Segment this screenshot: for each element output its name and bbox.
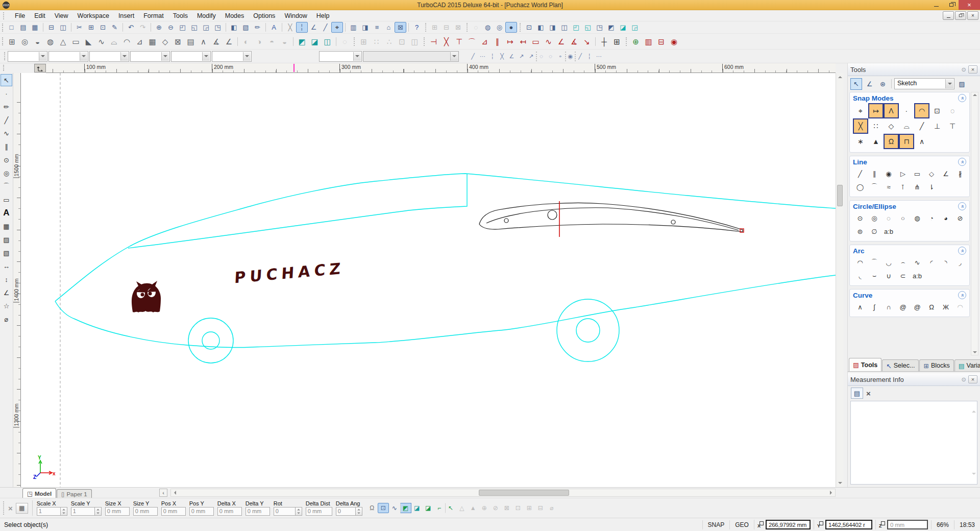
dome-icon[interactable]: ◠ xyxy=(120,35,133,48)
menu-insert[interactable]: Insert xyxy=(114,11,139,20)
panel-close-icon[interactable]: × xyxy=(968,375,977,383)
combo-arrow-icon[interactable] xyxy=(161,52,169,61)
zoom-out-icon[interactable]: ⊖ xyxy=(165,22,177,33)
menu-format[interactable]: Format xyxy=(139,11,168,20)
zoom-in-icon[interactable]: ⊕ xyxy=(153,22,165,33)
scroll-left-icon[interactable] xyxy=(171,489,179,496)
snap-dash-icon[interactable]: ⋯ xyxy=(594,52,604,61)
normal-to-arc-icon[interactable]: ⊺ xyxy=(896,180,910,194)
snap-vector2-icon[interactable]: ↗ xyxy=(526,52,536,61)
palette-scrollbar[interactable] xyxy=(971,92,978,355)
snap-perpendicular-icon[interactable]: ⊥ xyxy=(929,118,945,134)
copy-icon[interactable]: ⊞ xyxy=(85,22,97,33)
axis-origin-button[interactable] xyxy=(34,64,46,73)
single-line-icon[interactable]: ╱ xyxy=(853,167,867,180)
selection-combo[interactable] xyxy=(363,51,459,62)
tab-variables[interactable]: ▤ Varia... xyxy=(954,359,980,371)
pick-cursor-icon[interactable]: ↖ xyxy=(445,503,456,513)
elliptical-arc-icon[interactable]: ⊂ xyxy=(896,269,910,282)
collapse-chevron-icon[interactable]: » xyxy=(958,94,966,102)
snap-seg-icon[interactable]: ╱ xyxy=(575,52,584,61)
menu-modes[interactable]: Modes xyxy=(220,11,249,20)
sketch-tool[interactable]: ✏ xyxy=(1,101,12,113)
combo-arrow-icon[interactable] xyxy=(202,52,210,61)
property-combo-1[interactable] xyxy=(8,51,47,62)
shape-tool[interactable]: ▭ xyxy=(1,194,12,206)
select-tool[interactable]: ↖ xyxy=(1,74,12,86)
concentric-circle-tool[interactable]: ◎ xyxy=(1,167,12,179)
wedge-icon[interactable]: ◣ xyxy=(82,35,95,48)
fit-points-icon[interactable]: Ж xyxy=(939,300,953,313)
design-director-icon[interactable]: ⊠ xyxy=(452,22,464,33)
y-coordinate-field[interactable]: 1462,564402 r xyxy=(825,520,872,529)
block-icon[interactable]: ⊠ xyxy=(172,35,184,48)
lock-icon[interactable]: Ω xyxy=(366,503,378,513)
ortho-mode-icon[interactable]: ╱ xyxy=(468,52,478,61)
pin-icon[interactable]: ⊙ xyxy=(959,65,968,74)
snap-vert2-icon[interactable]: ╎ xyxy=(584,52,594,61)
snap-3d-icon[interactable]: ▲ xyxy=(868,134,884,149)
inspector-field-value[interactable]: 0 mm xyxy=(217,507,242,516)
format-painter-icon[interactable]: ✎ xyxy=(109,22,120,33)
show-handles-icon[interactable]: ⊡ xyxy=(378,503,389,513)
boolean-intersect-icon[interactable]: ◓ xyxy=(265,35,278,48)
sphere-icon[interactable]: ◎ xyxy=(18,35,31,48)
prism-icon[interactable]: ∧ xyxy=(197,35,210,48)
snap-arc-center-icon[interactable]: ◠ xyxy=(914,103,929,118)
boolean-subtract-icon[interactable]: ◑ xyxy=(253,35,265,48)
doc-minimize-button[interactable] xyxy=(943,11,954,20)
property-combo-6[interactable] xyxy=(212,51,252,62)
view-back-icon[interactable]: ◳ xyxy=(594,22,605,33)
inspector-field-value[interactable]: 0 xyxy=(274,507,296,516)
render-quality-icon[interactable]: ● xyxy=(505,22,517,33)
close-button[interactable]: × xyxy=(959,0,980,10)
drawing-canvas[interactable]: Y x Z PUCHACZ xyxy=(21,73,836,487)
paste-icon[interactable]: ⊡ xyxy=(97,22,109,33)
vertical-line-icon[interactable]: ⇂ xyxy=(924,180,939,194)
bezier-icon[interactable]: ∧ xyxy=(853,300,867,313)
snap-tangent-icon[interactable]: ╱ xyxy=(914,118,929,134)
property-combo-7[interactable] xyxy=(319,51,362,62)
revision-cloud-icon[interactable]: ◠ xyxy=(953,300,967,313)
double-point-circle-icon[interactable]: ◌ xyxy=(881,211,896,225)
tab-scroll-left-button[interactable]: ‹ xyxy=(159,489,167,497)
menu-window[interactable]: Window xyxy=(280,11,311,20)
snap-palette-icon[interactable]: ⊞ xyxy=(429,22,440,33)
snap-circle-icon[interactable]: ◌ xyxy=(536,52,546,61)
slope-snap-icon[interactable]: ╱ xyxy=(320,22,331,33)
snap-vertex-icon[interactable]: Λ xyxy=(884,103,899,118)
tab-tools[interactable]: ▨ Tools xyxy=(849,358,881,371)
select-inside-icon[interactable]: ◩ xyxy=(400,503,411,513)
snap-vector-icon[interactable]: ↗ xyxy=(517,52,526,61)
parallel-line-icon[interactable]: ∦ xyxy=(953,167,967,180)
zoom-window-icon[interactable]: ◰ xyxy=(177,22,188,33)
angle-snap-icon[interactable]: ∠ xyxy=(308,22,320,33)
inspector-field-value[interactable]: 0 mm xyxy=(161,507,186,516)
vertical-dimension-tool[interactable]: ↕ xyxy=(1,273,12,285)
ellipse-fixed-ratio-icon[interactable]: a:b xyxy=(881,225,896,238)
zoom-previous-icon[interactable]: ◳ xyxy=(212,22,224,33)
select-cp-icon[interactable]: ◪ xyxy=(423,503,434,513)
tangent-to-line-circle-icon[interactable]: ◍ xyxy=(910,211,924,225)
cone-icon[interactable]: △ xyxy=(57,35,69,48)
select-wp-icon[interactable]: ◪ xyxy=(411,503,423,513)
trim-icon[interactable]: ⊣ xyxy=(427,35,440,48)
combo-arrow-icon[interactable] xyxy=(450,52,458,61)
cut-icon[interactable]: ✂ xyxy=(74,22,85,33)
tab-selection[interactable]: ↖ Selec... xyxy=(882,359,919,371)
diamond-solid-icon[interactable]: ◇ xyxy=(159,35,172,48)
shell-icon[interactable]: ◌ xyxy=(338,35,351,48)
menu-view[interactable]: View xyxy=(50,11,73,20)
coil-icon[interactable]: ∿ xyxy=(95,35,108,48)
snap-divide-icon[interactable]: ∗ xyxy=(853,134,868,149)
x-coordinate-field[interactable]: 266,97992 mm xyxy=(766,520,811,529)
snap-angle-icon[interactable]: ∠ xyxy=(507,52,517,61)
hemisphere-icon[interactable]: ◒ xyxy=(31,35,44,48)
combo-arrow-icon[interactable] xyxy=(243,52,251,61)
view-front-icon[interactable]: ◫ xyxy=(558,22,570,33)
menu-options[interactable]: Options xyxy=(249,11,280,20)
no-hatch-icon[interactable]: ⊘ xyxy=(490,503,501,513)
combo-arrow-icon[interactable] xyxy=(945,79,953,88)
snap-intersection-icon[interactable]: ╳ xyxy=(853,118,868,134)
view-palette-icon[interactable]: ⊟ xyxy=(440,22,452,33)
